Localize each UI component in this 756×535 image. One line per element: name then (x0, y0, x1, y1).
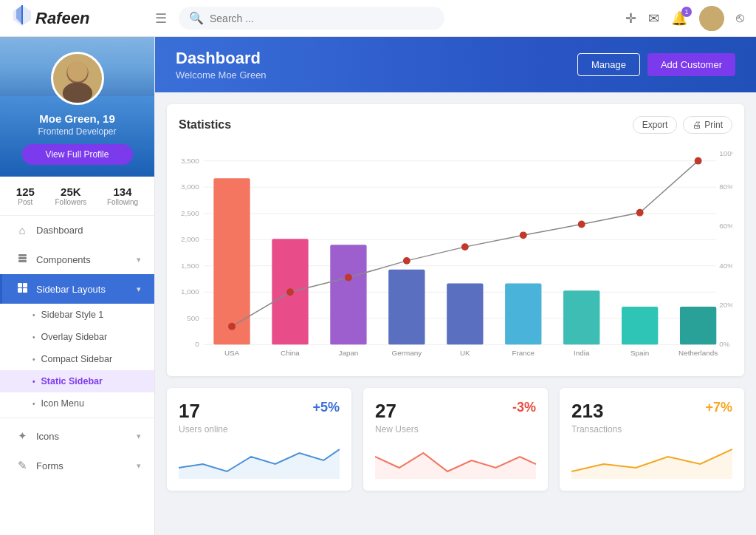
users-online-sparkline (179, 442, 340, 479)
page-title: Dashboard (176, 49, 577, 68)
nav-actions: ✛ ✉ 🔔 1 ⎋ (625, 6, 744, 31)
statistics-card: Statistics Export 🖨 Print 0 (167, 104, 744, 376)
profile-stats: 125 Post 25K Followers 134 Following (0, 177, 154, 216)
topnav: Rafeen ☰ 🔍 ✛ ✉ 🔔 1 ⎋ (0, 0, 756, 37)
search-area: 🔍 (179, 7, 444, 30)
svg-point-53 (636, 209, 644, 217)
svg-text:100%: 100% (719, 149, 732, 157)
transactions-sparkline (571, 442, 732, 479)
svg-point-46 (228, 323, 236, 330)
mini-cards: 17 +5% Users online 27 -3% New Users (167, 388, 744, 491)
svg-text:3,500: 3,500 (181, 157, 199, 165)
header-actions: Manage Add Customer (577, 53, 735, 76)
svg-rect-44 (622, 307, 658, 344)
sidebar-item-dashboard[interactable]: ⌂ Dashboard (0, 216, 154, 245)
svg-text:0%: 0% (719, 340, 729, 348)
mail-icon[interactable]: ✉ (648, 10, 659, 27)
search-icon: 🔍 (189, 11, 204, 25)
new-users-sparkline (375, 442, 536, 479)
user-avatar[interactable] (699, 6, 724, 31)
svg-rect-39 (330, 245, 366, 344)
svg-marker-68 (571, 449, 732, 479)
users-online-label: Users online (179, 424, 340, 435)
profile-name: Moe Green, 19 (0, 112, 154, 125)
svg-rect-41 (447, 283, 483, 344)
new-users-label: New Users (375, 424, 536, 435)
svg-point-54 (695, 157, 702, 165)
bell-icon[interactable]: 🔔 1 (671, 10, 687, 27)
users-online-change: +5% (312, 400, 340, 415)
svg-rect-14 (23, 288, 27, 293)
manage-button[interactable]: Manage (577, 53, 640, 76)
main-content: Dashboard Welcome Moe Green Manage Add C… (155, 37, 756, 535)
svg-point-7 (67, 61, 88, 81)
stat-followers-label: Followers (55, 198, 86, 206)
svg-marker-67 (375, 453, 536, 479)
svg-rect-40 (388, 270, 425, 345)
svg-text:500: 500 (187, 314, 199, 322)
svg-text:80%: 80% (719, 183, 732, 191)
grid-icon (16, 282, 29, 296)
sidebar-item-icons[interactable]: ✦ Icons ▾ (0, 421, 154, 451)
statistics-actions: Export 🖨 Print (633, 116, 732, 134)
svg-text:India: India (574, 349, 590, 357)
layers-icon (16, 253, 29, 266)
sidebar-item-icons-label: Icons (36, 431, 59, 442)
sidebar-item-sidebar-layouts[interactable]: Sidebar Layouts ▾ (0, 274, 154, 304)
statistics-title: Statistics (179, 118, 231, 132)
stat-post-value: 125 (16, 185, 35, 198)
sidebar-subitem-static-sidebar[interactable]: Static Sidebar (0, 370, 154, 392)
view-full-profile-button[interactable]: View Full Profile (22, 144, 133, 165)
export-button[interactable]: Export (633, 116, 678, 134)
sign-out-icon[interactable]: ⎋ (736, 10, 744, 26)
move-icon[interactable]: ✛ (625, 10, 636, 27)
export-label: Export (642, 120, 668, 130)
stat-following-value: 134 (107, 185, 138, 198)
sidebar-item-forms[interactable]: ✎ Forms ▾ (0, 451, 154, 480)
profile-avatar (51, 52, 104, 105)
sidebar-item-components[interactable]: Components ▾ (0, 245, 154, 274)
svg-text:USA: USA (224, 349, 240, 357)
add-customer-button[interactable]: Add Customer (647, 53, 735, 76)
svg-rect-37 (213, 178, 250, 344)
svg-text:China: China (281, 349, 300, 357)
sidebar-subitem-icon-menu[interactable]: Icon Menu (0, 392, 154, 415)
svg-text:1,500: 1,500 (181, 262, 199, 270)
print-button[interactable]: 🖨 Print (683, 116, 732, 134)
svg-point-51 (520, 231, 527, 239)
svg-text:Germany: Germany (392, 349, 422, 357)
svg-point-48 (345, 274, 352, 282)
logo-text: Rafeen (35, 9, 89, 28)
svg-text:3,000: 3,000 (181, 183, 199, 191)
svg-rect-43 (563, 290, 599, 344)
svg-text:UK: UK (460, 349, 470, 357)
content-area: Statistics Export 🖨 Print 0 (155, 92, 756, 502)
svg-point-47 (286, 288, 294, 296)
main-header: Dashboard Welcome Moe Green Manage Add C… (155, 37, 756, 92)
svg-point-4 (704, 21, 720, 31)
transactions-label: Transactions (571, 424, 732, 435)
svg-text:60%: 60% (719, 222, 732, 230)
svg-text:Japan: Japan (338, 349, 358, 357)
svg-rect-11 (18, 283, 22, 287)
search-input[interactable] (210, 13, 434, 24)
statistics-chart: 0 500 1,000 1,500 2,000 2,500 3,000 3,50… (179, 143, 732, 364)
notification-badge: 1 (681, 7, 692, 17)
svg-rect-12 (23, 283, 27, 287)
star-icon: ✦ (16, 429, 29, 443)
sidebar-profile: Moe Green, 19 Frontend Developer View Fu… (0, 37, 154, 177)
sidebar-subitem-overlay-sidebar[interactable]: Overlay Sidebar (0, 326, 154, 348)
print-label: Print (704, 120, 723, 130)
sidebar-subitem-sidebar-style-1[interactable]: Sidebar Style 1 (0, 304, 154, 326)
svg-rect-8 (18, 254, 27, 256)
edit-icon: ✎ (16, 459, 29, 472)
components-arrow-icon: ▾ (137, 255, 141, 265)
sidebar-nav: ⌂ Dashboard Components ▾ Sidebar Layouts… (0, 216, 154, 535)
sidebar-item-forms-label: Forms (36, 460, 63, 471)
svg-point-49 (403, 257, 410, 265)
svg-text:40%: 40% (719, 262, 732, 270)
hamburger-icon[interactable]: ☰ (155, 10, 167, 27)
transactions-card: 213 +7% Transactions (560, 388, 744, 491)
header-text: Dashboard Welcome Moe Green (176, 49, 577, 81)
sidebar-subitem-compact-sidebar[interactable]: Compact Sidebar (0, 348, 154, 370)
